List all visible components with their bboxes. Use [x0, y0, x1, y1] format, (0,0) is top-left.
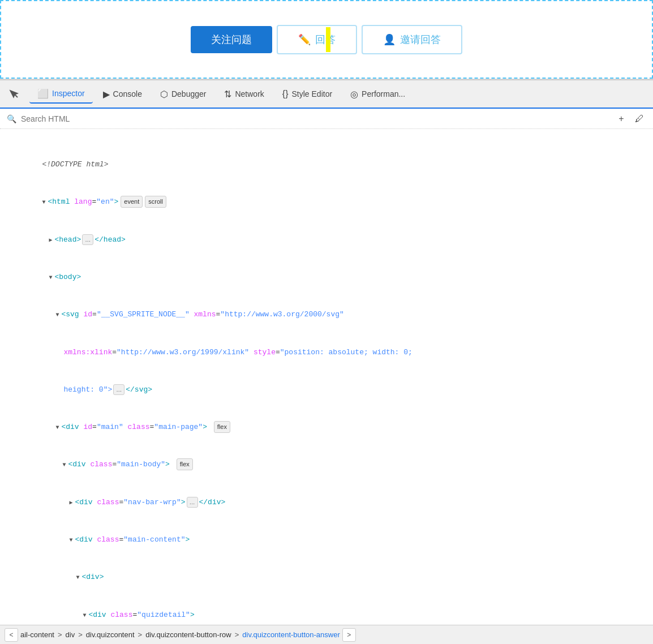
html-line: <div id="main" class="main-page"> flex [7, 409, 646, 446]
triangle-icon[interactable] [49, 273, 54, 282]
triangle-icon[interactable] [69, 535, 75, 545]
pencil-icon: ✏️ [298, 33, 311, 46]
debugger-icon: ⬡ [160, 89, 168, 100]
tab-network-label: Network [235, 89, 264, 98]
html-line: <div class="quizdetail"> [7, 596, 646, 625]
answer-button[interactable]: ✏️ 回答 [277, 25, 357, 54]
html-line: <head>…</head> [7, 221, 646, 259]
html-line: height: 0">…</svg> [7, 371, 646, 409]
flex-badge[interactable]: flex [177, 458, 193, 470]
devtools-toolbar: ⬜ Inspector ▶ Console ⬡ Debugger ⇅ Netwo… [0, 80, 653, 109]
triangle-icon [42, 148, 48, 157]
add-node-button[interactable]: + [615, 112, 628, 126]
yellow-marker [326, 27, 330, 52]
html-line: <div class="main-content"> [7, 521, 646, 559]
html-panel: <!DOCTYPE html> <html lang="en">eventscr… [0, 129, 653, 625]
triangle-icon[interactable] [76, 573, 81, 582]
search-actions: + 🖊 [615, 112, 646, 126]
flex-badge[interactable]: flex [214, 421, 230, 433]
performance-icon: ◎ [350, 89, 358, 100]
focus-button[interactable]: 关注问题 [191, 26, 272, 53]
search-bar: 🔍 + 🖊 [0, 109, 653, 129]
breadcrumb-next-button[interactable]: > [342, 628, 356, 642]
triangle-icon[interactable] [83, 611, 88, 620]
triangle-icon[interactable] [55, 423, 61, 432]
tab-inspector-label: Inspector [52, 89, 85, 98]
html-line: <div class="nav-bar-wrp">…</div> [7, 484, 646, 521]
tab-console[interactable]: ▶ Console [95, 85, 150, 103]
breadcrumb-item-0[interactable]: ail-content [18, 629, 57, 640]
html-line: <html lang="en">eventscroll [7, 183, 646, 221]
html-line: <svg id="__SVG_SPRITE_NODE__" xmlns="htt… [7, 296, 646, 333]
style-editor-icon: {} [282, 89, 289, 99]
tab-performance[interactable]: ◎ Performan... [342, 85, 413, 103]
triangle-icon[interactable] [69, 498, 75, 508]
triangle-icon[interactable] [62, 460, 68, 470]
tab-inspector[interactable]: ⬜ Inspector [29, 85, 93, 104]
network-icon: ⇅ [224, 89, 231, 100]
color-picker-button[interactable]: 🖊 [633, 112, 646, 126]
triangle-icon[interactable] [55, 310, 61, 320]
search-icon: 🔍 [7, 114, 16, 123]
event-badge[interactable]: event [121, 196, 143, 208]
tab-style-editor-label: Style Editor [292, 89, 333, 98]
triangle-icon[interactable] [49, 235, 54, 245]
breadcrumb-item-3[interactable]: div.quizcontent-button-row [143, 629, 234, 640]
tab-debugger[interactable]: ⬡ Debugger [152, 85, 214, 103]
invite-button[interactable]: 👤 邀请回答 [362, 25, 462, 54]
tab-performance-label: Performan... [362, 89, 405, 98]
breadcrumb-sep-2: > [138, 630, 143, 639]
html-content[interactable]: <!DOCTYPE html> <html lang="en">eventscr… [0, 129, 653, 625]
tab-network[interactable]: ⇅ Network [216, 85, 272, 103]
html-line: <div> [7, 559, 646, 596]
html-line: xmlns:xlink="http://www.w3.org/1999/xlin… [7, 334, 646, 371]
breadcrumb-item-1[interactable]: div [63, 629, 78, 640]
html-line: <body> [7, 259, 646, 296]
page-top: 关注问题 ✏️ 回答 👤 邀请回答 [0, 0, 653, 79]
tab-console-label: Console [113, 89, 142, 98]
breadcrumb-item-4[interactable]: div.quizcontent-button-answer [240, 629, 342, 640]
breadcrumb-prev-button[interactable]: < [5, 628, 18, 642]
triangle-icon[interactable] [42, 198, 48, 207]
tab-style-editor[interactable]: {} Style Editor [274, 85, 340, 102]
tab-debugger-label: Debugger [171, 89, 207, 98]
search-input[interactable] [21, 114, 610, 123]
pick-element-button[interactable] [5, 85, 23, 103]
html-line: <div class="main-body"> flex [7, 446, 646, 483]
breadcrumb-item-2[interactable]: div.quizcontent [84, 629, 137, 640]
breadcrumb-bar: < ail-content > div > div.quizcontent > … [0, 625, 653, 644]
breadcrumb-sep-0: > [58, 630, 62, 639]
html-line: <!DOCTYPE html> [7, 134, 646, 183]
user-icon: 👤 [383, 33, 396, 46]
breadcrumb-sep-1: > [78, 630, 83, 639]
scroll-badge[interactable]: scroll [145, 196, 166, 208]
devtools-panel: ⬜ Inspector ▶ Console ⬡ Debugger ⇅ Netwo… [0, 79, 653, 644]
console-icon: ▶ [103, 89, 110, 100]
breadcrumb-sep-3: > [235, 630, 239, 639]
inspector-icon: ⬜ [37, 88, 49, 99]
